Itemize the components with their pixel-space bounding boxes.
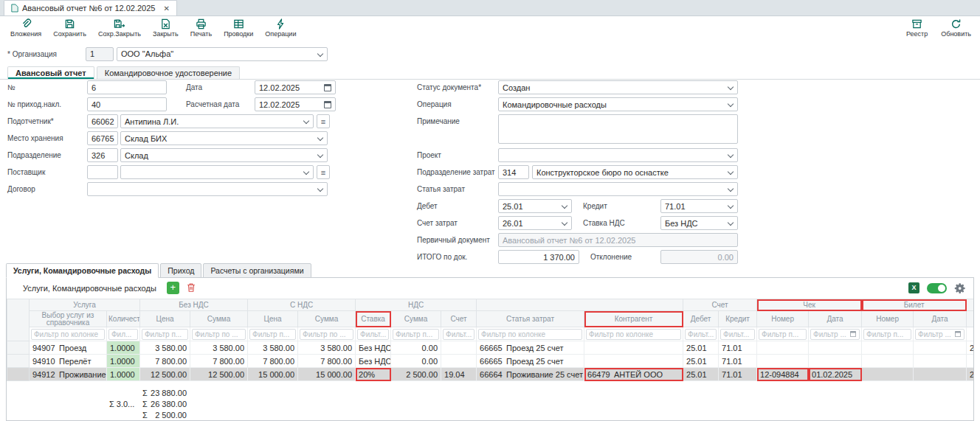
col-header-sum_no_vat[interactable]: Сумма <box>190 311 248 327</box>
filter-input[interactable]: Фильтр п... <box>393 329 439 340</box>
col-header-price_no_vat[interactable]: Цена <box>140 311 190 327</box>
division-code-input[interactable]: 326 <box>87 148 118 162</box>
cell-price_no_vat[interactable]: 7 800.00 <box>140 355 190 368</box>
filter-input[interactable]: Фильт... <box>685 329 717 340</box>
cell-sum_no_vat[interactable]: 12 500.00 <box>190 368 248 381</box>
cell-ticket_date[interactable] <box>914 341 967 355</box>
main-tab-1[interactable]: Командировочное удостоверение <box>97 66 240 79</box>
cell-sum_vat[interactable]: 3 580.00 <box>298 341 356 355</box>
tab-close-icon[interactable]: ✕ <box>163 4 169 13</box>
filter-ticket_date[interactable]: Фильтр ... <box>914 327 967 341</box>
cell-price_vat[interactable]: 15 000.00 <box>248 368 298 381</box>
col-header-ticket_date[interactable]: Дата <box>914 311 967 327</box>
filter-input[interactable]: Фил... <box>108 329 138 340</box>
filter-check_date[interactable]: Фильтр ... <box>809 327 862 341</box>
col-header-vat_rate[interactable]: Ставка <box>356 311 391 327</box>
division-select[interactable]: Склад <box>120 148 328 162</box>
cell-credit[interactable]: 71.01 <box>719 368 757 381</box>
table-row[interactable]: 94907Проезд1.00003 580.003 580.003 580.0… <box>7 341 974 355</box>
row-selector[interactable] <box>7 341 30 355</box>
filter-vat_sum[interactable]: Фильтр п... <box>391 327 441 341</box>
grid-toggle[interactable] <box>927 283 947 293</box>
credit-select[interactable]: 71.01 <box>660 199 738 213</box>
cell-service[interactable]: 94910Перелёт <box>30 355 107 368</box>
filter-check_number[interactable]: Фильтр п... <box>757 327 809 341</box>
cell-overflow[interactable]: 2 <box>967 368 973 381</box>
cell-check_date[interactable] <box>809 341 862 355</box>
filter-input[interactable]: Фильт... <box>443 329 475 340</box>
accountable-select[interactable]: Антипина Л.И. <box>120 114 314 128</box>
filter-input[interactable]: Фильтр п... <box>142 329 188 340</box>
filter-contractor[interactable]: Фильтр по колонке <box>584 327 683 341</box>
cell-qty[interactable]: 1.0000 <box>107 341 140 355</box>
row-selector[interactable] <box>7 368 30 381</box>
col-header-qty[interactable]: Количест... <box>107 311 140 327</box>
section-tab-2[interactable]: Расчеты с организациями <box>203 263 311 278</box>
cell-ticket_date[interactable] <box>914 368 967 381</box>
cell-vat_sum[interactable]: 2 500.00 <box>391 368 441 381</box>
cell-price_no_vat[interactable]: 12 500.00 <box>140 368 190 381</box>
filter-ticket_number[interactable]: Фильтр п... <box>862 327 914 341</box>
table-row[interactable]: 94910Перелёт1.00007 800.007 800.007 800.… <box>7 355 974 368</box>
calendar-icon[interactable] <box>324 101 331 108</box>
cell-qty[interactable]: 1.0000 <box>107 368 140 381</box>
filter-qty[interactable]: Фил... <box>107 327 140 341</box>
main-tab-0[interactable]: Авансовый отчет <box>7 66 94 79</box>
col-header-debit[interactable]: Дебет <box>683 311 719 327</box>
cell-credit[interactable]: 71.01 <box>719 341 757 355</box>
filter-cost_item[interactable]: Фильтр по колонке <box>477 327 584 341</box>
col-header-vat_sum[interactable]: Сумма <box>391 311 441 327</box>
invoice-num-input[interactable]: 40 <box>87 97 167 111</box>
cell-sum_no_vat[interactable]: 7 800.00 <box>190 355 248 368</box>
cell-check_number[interactable]: 12-094884 <box>757 368 809 381</box>
cell-contractor[interactable] <box>584 355 683 368</box>
registry-button[interactable]: Реестр <box>906 18 928 38</box>
filter-input[interactable]: Фильтр п... <box>759 329 807 340</box>
filter-input[interactable]: Фильтр п... <box>863 329 911 340</box>
note-input[interactable] <box>498 114 738 144</box>
calendar-icon[interactable] <box>324 84 331 91</box>
cell-debit[interactable]: 25.01 <box>683 341 719 355</box>
calc-date-input[interactable]: 12.02.2025 <box>255 97 336 111</box>
supplier-code-input[interactable] <box>87 165 118 179</box>
filter-input[interactable]: Фильтр по колонке <box>31 329 105 340</box>
grid-settings-button[interactable] <box>954 282 966 294</box>
filter-credit[interactable]: Фильт... <box>719 327 757 341</box>
cell-qty[interactable]: 1.0000 <box>107 355 140 368</box>
col-header-overflow[interactable] <box>967 311 973 327</box>
postings-button[interactable]: Проводки <box>224 18 253 38</box>
cell-vat_sum[interactable]: 0.00 <box>391 341 441 355</box>
filter-input[interactable]: Фильтр ... <box>810 329 860 340</box>
contract-select[interactable] <box>87 182 328 196</box>
save-button[interactable]: Сохранить <box>53 18 86 38</box>
date-input[interactable]: 12.02.2025 <box>255 80 336 94</box>
num-input[interactable]: 6 <box>87 80 167 94</box>
cell-contractor[interactable] <box>584 341 683 355</box>
cell-service[interactable]: 94912Проживание <box>30 368 107 381</box>
status-select[interactable]: Создан <box>498 80 738 94</box>
supplier-select[interactable] <box>120 165 314 179</box>
cell-ticket_number[interactable] <box>862 368 914 381</box>
col-header-cost_item[interactable]: Статья затрат <box>477 311 584 327</box>
filter-input[interactable]: Фильтр по ... <box>192 329 246 340</box>
cell-overflow[interactable] <box>967 355 973 368</box>
supplier-list-button[interactable] <box>317 165 330 179</box>
cost-division-code-input[interactable]: 314 <box>498 165 529 179</box>
filter-sum_vat[interactable]: Фильтр по ... <box>298 327 356 341</box>
excel-export-button[interactable]: X <box>908 282 919 293</box>
accountable-list-button[interactable] <box>317 114 330 128</box>
filter-input[interactable]: Фильтр ... <box>915 329 965 340</box>
table-row[interactable]: 94912Проживание1.000012 500.0012 500.001… <box>7 368 974 381</box>
cell-vat_rate[interactable]: 20% <box>356 368 391 381</box>
col-header-check_date[interactable]: Дата <box>809 311 862 327</box>
accountable-code-input[interactable]: 66062 <box>87 114 118 128</box>
debit-select[interactable]: 25.01 <box>498 199 572 213</box>
filter-input[interactable]: Фильт... <box>357 329 389 340</box>
filter-input[interactable]: Фильтр п... <box>249 329 296 340</box>
filter-service[interactable]: Фильтр по колонке <box>30 327 107 341</box>
storage-select[interactable]: Склад БИХ <box>120 131 328 145</box>
filter-input[interactable]: Фильтр по колонке <box>478 329 582 340</box>
cell-credit[interactable]: 71.01 <box>719 355 757 368</box>
cell-debit[interactable]: 25.01 <box>683 368 719 381</box>
filter-price_no_vat[interactable]: Фильтр п... <box>140 327 190 341</box>
